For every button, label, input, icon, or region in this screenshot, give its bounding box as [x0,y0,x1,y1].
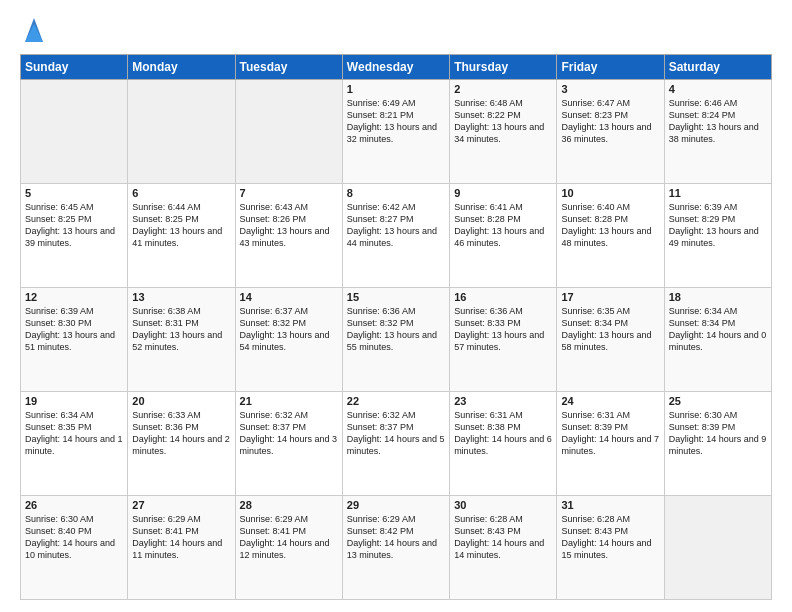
day-info: Sunrise: 6:30 AM Sunset: 8:39 PM Dayligh… [669,409,767,458]
day-info: Sunrise: 6:30 AM Sunset: 8:40 PM Dayligh… [25,513,123,562]
calendar-cell: 30Sunrise: 6:28 AM Sunset: 8:43 PM Dayli… [450,496,557,600]
calendar-cell: 23Sunrise: 6:31 AM Sunset: 8:38 PM Dayli… [450,392,557,496]
logo [20,18,45,44]
calendar-cell: 10Sunrise: 6:40 AM Sunset: 8:28 PM Dayli… [557,184,664,288]
week-row-2: 12Sunrise: 6:39 AM Sunset: 8:30 PM Dayli… [21,288,772,392]
calendar-cell: 27Sunrise: 6:29 AM Sunset: 8:41 PM Dayli… [128,496,235,600]
day-info: Sunrise: 6:28 AM Sunset: 8:43 PM Dayligh… [454,513,552,562]
day-number: 28 [240,499,338,511]
weekday-header-tuesday: Tuesday [235,55,342,80]
calendar-cell: 7Sunrise: 6:43 AM Sunset: 8:26 PM Daylig… [235,184,342,288]
calendar-table: SundayMondayTuesdayWednesdayThursdayFrid… [20,54,772,600]
day-number: 10 [561,187,659,199]
day-number: 3 [561,83,659,95]
day-number: 23 [454,395,552,407]
day-info: Sunrise: 6:39 AM Sunset: 8:29 PM Dayligh… [669,201,767,250]
calendar-cell: 20Sunrise: 6:33 AM Sunset: 8:36 PM Dayli… [128,392,235,496]
day-number: 4 [669,83,767,95]
day-number: 29 [347,499,445,511]
calendar-cell: 14Sunrise: 6:37 AM Sunset: 8:32 PM Dayli… [235,288,342,392]
day-info: Sunrise: 6:35 AM Sunset: 8:34 PM Dayligh… [561,305,659,354]
weekday-header-wednesday: Wednesday [342,55,449,80]
week-row-4: 26Sunrise: 6:30 AM Sunset: 8:40 PM Dayli… [21,496,772,600]
day-info: Sunrise: 6:29 AM Sunset: 8:41 PM Dayligh… [240,513,338,562]
day-info: Sunrise: 6:29 AM Sunset: 8:41 PM Dayligh… [132,513,230,562]
day-info: Sunrise: 6:46 AM Sunset: 8:24 PM Dayligh… [669,97,767,146]
calendar-cell: 2Sunrise: 6:48 AM Sunset: 8:22 PM Daylig… [450,80,557,184]
day-info: Sunrise: 6:48 AM Sunset: 8:22 PM Dayligh… [454,97,552,146]
day-number: 20 [132,395,230,407]
day-number: 22 [347,395,445,407]
day-number: 16 [454,291,552,303]
day-info: Sunrise: 6:41 AM Sunset: 8:28 PM Dayligh… [454,201,552,250]
day-number: 21 [240,395,338,407]
day-number: 7 [240,187,338,199]
day-number: 17 [561,291,659,303]
day-number: 26 [25,499,123,511]
day-info: Sunrise: 6:36 AM Sunset: 8:32 PM Dayligh… [347,305,445,354]
day-number: 8 [347,187,445,199]
day-info: Sunrise: 6:31 AM Sunset: 8:39 PM Dayligh… [561,409,659,458]
calendar-cell [21,80,128,184]
calendar-cell: 9Sunrise: 6:41 AM Sunset: 8:28 PM Daylig… [450,184,557,288]
calendar-cell [664,496,771,600]
day-number: 18 [669,291,767,303]
calendar-cell: 24Sunrise: 6:31 AM Sunset: 8:39 PM Dayli… [557,392,664,496]
weekday-header-row: SundayMondayTuesdayWednesdayThursdayFrid… [21,55,772,80]
day-number: 11 [669,187,767,199]
week-row-3: 19Sunrise: 6:34 AM Sunset: 8:35 PM Dayli… [21,392,772,496]
day-number: 1 [347,83,445,95]
header [20,18,772,44]
day-number: 25 [669,395,767,407]
week-row-0: 1Sunrise: 6:49 AM Sunset: 8:21 PM Daylig… [21,80,772,184]
day-number: 2 [454,83,552,95]
calendar-cell: 28Sunrise: 6:29 AM Sunset: 8:41 PM Dayli… [235,496,342,600]
day-number: 14 [240,291,338,303]
week-row-1: 5Sunrise: 6:45 AM Sunset: 8:25 PM Daylig… [21,184,772,288]
calendar-page: SundayMondayTuesdayWednesdayThursdayFrid… [0,0,792,612]
day-info: Sunrise: 6:29 AM Sunset: 8:42 PM Dayligh… [347,513,445,562]
day-number: 6 [132,187,230,199]
calendar-cell: 1Sunrise: 6:49 AM Sunset: 8:21 PM Daylig… [342,80,449,184]
day-number: 19 [25,395,123,407]
calendar-cell: 18Sunrise: 6:34 AM Sunset: 8:34 PM Dayli… [664,288,771,392]
weekday-header-friday: Friday [557,55,664,80]
day-number: 24 [561,395,659,407]
day-number: 5 [25,187,123,199]
day-number: 12 [25,291,123,303]
calendar-cell: 5Sunrise: 6:45 AM Sunset: 8:25 PM Daylig… [21,184,128,288]
calendar-cell: 3Sunrise: 6:47 AM Sunset: 8:23 PM Daylig… [557,80,664,184]
calendar-cell: 4Sunrise: 6:46 AM Sunset: 8:24 PM Daylig… [664,80,771,184]
weekday-header-thursday: Thursday [450,55,557,80]
calendar-cell: 11Sunrise: 6:39 AM Sunset: 8:29 PM Dayli… [664,184,771,288]
day-number: 15 [347,291,445,303]
calendar-cell: 17Sunrise: 6:35 AM Sunset: 8:34 PM Dayli… [557,288,664,392]
weekday-header-saturday: Saturday [664,55,771,80]
calendar-cell: 21Sunrise: 6:32 AM Sunset: 8:37 PM Dayli… [235,392,342,496]
day-info: Sunrise: 6:32 AM Sunset: 8:37 PM Dayligh… [347,409,445,458]
calendar-cell: 26Sunrise: 6:30 AM Sunset: 8:40 PM Dayli… [21,496,128,600]
calendar-cell [128,80,235,184]
day-info: Sunrise: 6:40 AM Sunset: 8:28 PM Dayligh… [561,201,659,250]
calendar-cell: 22Sunrise: 6:32 AM Sunset: 8:37 PM Dayli… [342,392,449,496]
calendar-cell: 25Sunrise: 6:30 AM Sunset: 8:39 PM Dayli… [664,392,771,496]
calendar-cell: 31Sunrise: 6:28 AM Sunset: 8:43 PM Dayli… [557,496,664,600]
day-info: Sunrise: 6:32 AM Sunset: 8:37 PM Dayligh… [240,409,338,458]
day-info: Sunrise: 6:28 AM Sunset: 8:43 PM Dayligh… [561,513,659,562]
calendar-cell: 8Sunrise: 6:42 AM Sunset: 8:27 PM Daylig… [342,184,449,288]
calendar-cell: 6Sunrise: 6:44 AM Sunset: 8:25 PM Daylig… [128,184,235,288]
day-info: Sunrise: 6:38 AM Sunset: 8:31 PM Dayligh… [132,305,230,354]
day-info: Sunrise: 6:49 AM Sunset: 8:21 PM Dayligh… [347,97,445,146]
calendar-cell: 19Sunrise: 6:34 AM Sunset: 8:35 PM Dayli… [21,392,128,496]
day-number: 27 [132,499,230,511]
day-info: Sunrise: 6:42 AM Sunset: 8:27 PM Dayligh… [347,201,445,250]
day-info: Sunrise: 6:37 AM Sunset: 8:32 PM Dayligh… [240,305,338,354]
day-number: 13 [132,291,230,303]
weekday-header-monday: Monday [128,55,235,80]
day-info: Sunrise: 6:31 AM Sunset: 8:38 PM Dayligh… [454,409,552,458]
day-info: Sunrise: 6:47 AM Sunset: 8:23 PM Dayligh… [561,97,659,146]
day-number: 9 [454,187,552,199]
svg-marker-1 [25,24,43,42]
day-info: Sunrise: 6:43 AM Sunset: 8:26 PM Dayligh… [240,201,338,250]
day-info: Sunrise: 6:39 AM Sunset: 8:30 PM Dayligh… [25,305,123,354]
